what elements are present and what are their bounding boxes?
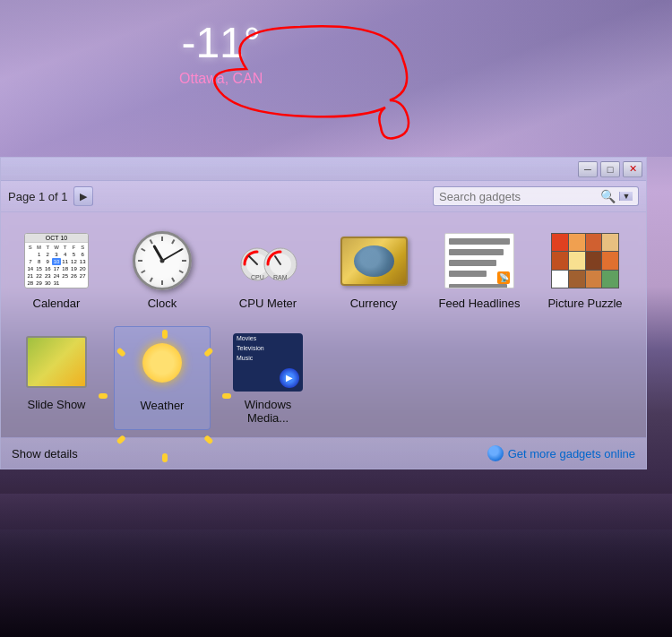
cpu-label: CPU Meter xyxy=(239,297,297,310)
gadget-item-clock[interactable]: Clock xyxy=(114,225,211,315)
search-input[interactable] xyxy=(439,190,600,203)
slideshow-icon xyxy=(21,331,92,392)
get-more-gadgets-link[interactable]: Get more gadgets online xyxy=(487,445,635,461)
feed-icon: 📡 xyxy=(444,230,515,291)
calendar-icon: OCT 10 SMTWTFS 123456 78910111213 141516… xyxy=(21,230,92,291)
background-rocks xyxy=(0,529,672,637)
clock-label: Clock xyxy=(148,297,177,310)
globe-icon xyxy=(487,445,504,461)
desktop-weather-widget: -11° Ottawa, CAN xyxy=(179,18,263,87)
gadget-item-calendar[interactable]: OCT 10 SMTWTFS 123456 78910111213 141516… xyxy=(8,225,105,315)
desktop-temp: -11° xyxy=(179,18,263,67)
slideshow-label: Slide Show xyxy=(27,398,85,411)
currency-icon xyxy=(338,230,409,291)
gadget-item-media[interactable]: Movies Television Music ▶ Windows Media.… xyxy=(220,326,316,430)
maximize-button[interactable]: □ xyxy=(600,161,620,177)
get-more-label: Get more gadgets online xyxy=(508,447,635,461)
clock-center xyxy=(160,259,165,263)
toolbar: Page 1 of 1 ▶ 🔍 ▼ xyxy=(1,181,646,212)
gadget-gallery-window: ─ □ ✕ Page 1 of 1 ▶ 🔍 ▼ OCT 10 SMTWTFS 1… xyxy=(0,157,647,469)
gadget-item-cpu[interactable]: CPU RAM CPU Meter xyxy=(220,225,316,315)
next-page-button[interactable]: ▶ xyxy=(73,186,93,206)
gadget-item-currency[interactable]: Currency xyxy=(325,225,422,315)
desktop-location: Ottawa, CAN xyxy=(179,71,263,87)
svg-text:RAM: RAM xyxy=(273,274,288,280)
gadgets-row2: Slide Show Weather xyxy=(1,323,646,437)
puzzle-label: Picture Puzzle xyxy=(547,297,622,310)
gadget-item-weather[interactable]: Weather xyxy=(114,326,211,430)
gadgets-row1: OCT 10 SMTWTFS 123456 78910111213 141516… xyxy=(1,212,646,323)
cpu-icon: CPU RAM xyxy=(232,230,304,291)
search-dropdown-button[interactable]: ▼ xyxy=(619,192,633,201)
gadget-item-feed[interactable]: 📡 Feed Headlines xyxy=(431,225,528,315)
close-button[interactable]: ✕ xyxy=(623,161,642,177)
weather-icon xyxy=(126,332,198,393)
feed-label: Feed Headlines xyxy=(438,297,520,310)
background-clouds xyxy=(0,0,672,157)
clock-icon xyxy=(126,230,198,291)
calendar-label: Calendar xyxy=(33,297,81,310)
weather-label: Weather xyxy=(141,399,185,412)
search-box: 🔍 ▼ xyxy=(433,186,639,206)
page-info: Page 1 of 1 xyxy=(8,190,68,203)
show-details-link[interactable]: Show details xyxy=(12,447,78,461)
svg-text:CPU: CPU xyxy=(251,274,264,280)
media-icon: Movies Television Music ▶ xyxy=(232,331,304,392)
gadget-item-slideshow[interactable]: Slide Show xyxy=(8,326,105,430)
minimize-button[interactable]: ─ xyxy=(578,161,598,177)
gadget-item-puzzle[interactable]: Picture Puzzle xyxy=(537,225,633,315)
puzzle-icon xyxy=(549,230,621,291)
currency-label: Currency xyxy=(350,297,398,310)
footer: Show details Get more gadgets online xyxy=(1,437,646,469)
search-icon[interactable]: 🔍 xyxy=(600,189,616,203)
media-label: Windows Media... xyxy=(225,398,311,425)
title-bar: ─ □ ✕ xyxy=(1,158,646,181)
